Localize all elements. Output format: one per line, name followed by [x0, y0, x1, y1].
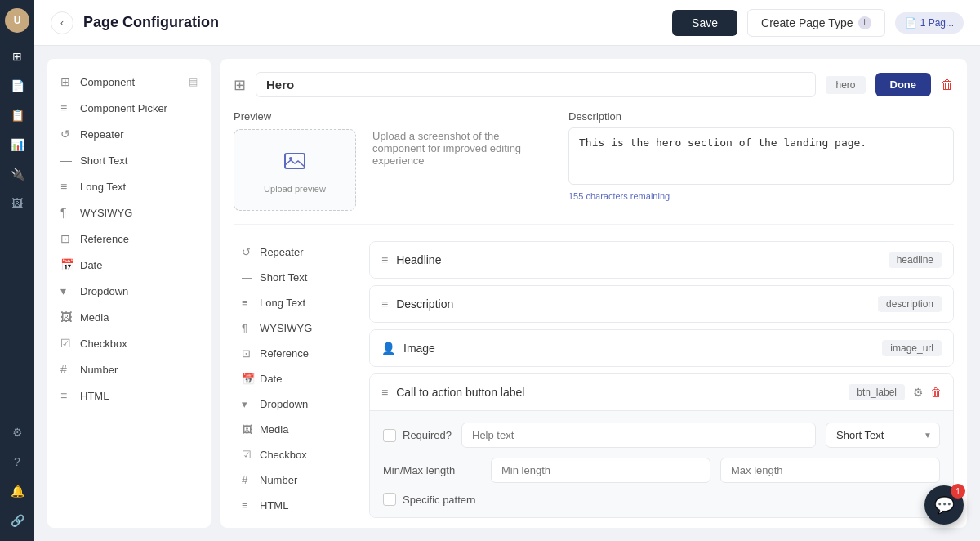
media-icon: 🖼 — [60, 311, 74, 324]
sidebar-item-date[interactable]: 📅 Date — [47, 252, 211, 278]
sidebar-item-component[interactable]: ⊞ Component ▤ — [47, 69, 211, 95]
sidebar-item-number[interactable]: # Number — [47, 356, 211, 382]
field-cta-delete-icon[interactable]: 🗑 — [930, 386, 942, 399]
type-wysiwyg[interactable]: ¶ WYSIWYG — [234, 317, 356, 339]
field-image-icon: 👤 — [381, 342, 395, 355]
sidebar-item-component-picker[interactable]: ≡ Component Picker — [47, 95, 211, 121]
header: ‹ Page Configuration Save Create Page Ty… — [34, 0, 980, 46]
char-remaining: 155 characters remaining — [568, 191, 954, 201]
type-date[interactable]: 📅 Date — [234, 368, 356, 390]
back-button[interactable]: ‹ — [51, 11, 74, 34]
field-cta-settings-icon[interactable]: ⚙ — [913, 386, 924, 399]
create-page-type-button[interactable]: Create Page Type i — [747, 9, 885, 37]
long-text-icon: ≡ — [60, 180, 74, 193]
sidebar-item-label-wysiwyg: WYSIWYG — [80, 207, 132, 219]
type-repeater-icon: ↺ — [242, 246, 253, 258]
upload-preview-text: Upload preview — [264, 184, 326, 194]
type-wysiwyg-label: WYSIWYG — [260, 322, 312, 334]
upload-icon — [282, 147, 308, 179]
main-wrapper: ‹ Page Configuration Save Create Page Ty… — [34, 0, 980, 541]
chat-bubble[interactable]: 💬 1 — [924, 485, 964, 525]
type-dropdown-label: Dropdown — [260, 398, 308, 410]
type-checkbox[interactable]: ☑ Checkbox — [234, 444, 356, 466]
field-headline-header[interactable]: ≡ Headline headline — [370, 242, 953, 278]
sidebar-item-checkbox[interactable]: ☑ Checkbox — [47, 330, 211, 356]
type-html[interactable]: ≡ HTML — [234, 494, 356, 516]
type-select[interactable]: Short Text Long Text WYSIWYG — [826, 423, 940, 448]
nav-help-icon[interactable]: ? — [5, 449, 29, 474]
field-image-name: Image — [403, 342, 874, 355]
pattern-checkbox[interactable] — [383, 493, 396, 506]
nav-settings-icon[interactable]: ⚙ — [5, 420, 29, 445]
user-avatar[interactable]: U — [5, 8, 29, 33]
type-dropdown[interactable]: ▾ Dropdown — [234, 393, 356, 415]
nav-integrations-icon[interactable]: 🔗 — [5, 508, 29, 533]
field-description: ≡ Description description — [369, 285, 954, 323]
type-number-icon: # — [242, 474, 253, 486]
sidebar-item-html[interactable]: ≡ HTML — [47, 382, 211, 409]
pages-badge: 📄 1 Pag... — [895, 12, 964, 34]
type-date-icon: 📅 — [242, 373, 253, 385]
type-short-text-icon: — — [242, 271, 253, 284]
info-icon: i — [858, 16, 871, 29]
sidebar-item-label-repeater: Repeater — [80, 128, 123, 141]
chat-badge: 1 — [951, 484, 965, 499]
type-date-label: Date — [260, 373, 282, 385]
nav-notifications-icon[interactable]: 🔔 — [5, 479, 29, 503]
description-area: Description This is the hero section of … — [568, 110, 954, 211]
field-required-row: Required? Short Text Long Text WYSIWYG — [383, 423, 940, 448]
component-picker-icon: ≡ — [60, 101, 74, 114]
type-repeater[interactable]: ↺ Repeater — [234, 241, 356, 263]
max-length-input[interactable] — [720, 458, 940, 483]
component-sidebar: ⊞ Component ▤ ≡ Component Picker ↺ Repea… — [47, 59, 211, 528]
nav-media-icon[interactable]: 🖼 — [5, 191, 29, 216]
field-cta-icon: ≡ — [381, 386, 388, 399]
sidebar-item-long-text[interactable]: ≡ Long Text — [47, 173, 211, 199]
type-media[interactable]: 🖼 Media — [234, 418, 356, 440]
field-image-tag: image_url — [882, 340, 942, 356]
sidebar-item-wysiwyg[interactable]: ¶ WYSIWYG — [47, 199, 211, 226]
page-title: Page Configuration — [83, 14, 662, 31]
number-icon: # — [60, 363, 74, 376]
svg-point-1 — [289, 157, 292, 160]
sidebar-item-media[interactable]: 🖼 Media — [47, 304, 211, 330]
sidebar-item-label-html: HTML — [80, 390, 109, 402]
component-name-input[interactable] — [256, 72, 816, 97]
field-cta-header[interactable]: ≡ Call to action button label btn_label … — [370, 374, 953, 410]
type-number-label: Number — [260, 474, 297, 486]
field-cta-tag: btn_label — [849, 384, 905, 400]
type-long-text-icon: ≡ — [242, 297, 253, 309]
required-checkbox[interactable] — [383, 429, 396, 442]
upload-preview-box[interactable]: Upload preview — [234, 129, 356, 211]
sidebar-item-repeater[interactable]: ↺ Repeater — [47, 121, 211, 147]
field-cta: ≡ Call to action button label btn_label … — [369, 373, 954, 518]
content-area: ⊞ Component ▤ ≡ Component Picker ↺ Repea… — [34, 46, 980, 541]
type-reference[interactable]: ⊡ Reference — [234, 342, 356, 364]
field-headline: ≡ Headline headline — [369, 241, 954, 279]
type-media-label: Media — [260, 423, 288, 436]
sidebar-item-short-text[interactable]: — Short Text — [47, 147, 211, 173]
delete-component-button[interactable]: 🗑 — [941, 78, 954, 92]
sidebar-item-label-picker: Component Picker — [80, 102, 167, 114]
field-description-header[interactable]: ≡ Description description — [370, 286, 953, 322]
type-long-text-label: Long Text — [260, 297, 305, 309]
nav-analytics-icon[interactable]: 📊 — [5, 132, 29, 157]
min-length-input[interactable] — [491, 458, 710, 483]
sidebar-item-reference[interactable]: ⊡ Reference — [47, 226, 211, 252]
nav-pages-icon[interactable]: 📄 — [5, 74, 29, 98]
field-image-header[interactable]: 👤 Image image_url — [370, 330, 953, 366]
sidebar-item-dropdown[interactable]: ▾ Dropdown — [47, 278, 211, 304]
nav-plugins-icon[interactable]: 🔌 — [5, 162, 29, 186]
type-short-text[interactable]: — Short Text — [234, 266, 356, 288]
type-long-text[interactable]: ≡ Long Text — [234, 292, 356, 314]
save-button[interactable]: Save — [672, 10, 737, 36]
done-button[interactable]: Done — [875, 73, 932, 96]
help-text-input[interactable] — [461, 423, 816, 448]
nav-content-icon[interactable]: 📋 — [5, 103, 29, 127]
minmax-label: Min/Max length — [383, 464, 481, 476]
nav-home-icon[interactable]: ⊞ — [5, 44, 29, 69]
field-description-name: Description — [396, 297, 870, 311]
component-tag: hero — [826, 76, 865, 94]
type-number[interactable]: # Number — [234, 469, 356, 491]
description-textarea[interactable]: This is the hero section of the landing … — [568, 127, 954, 185]
